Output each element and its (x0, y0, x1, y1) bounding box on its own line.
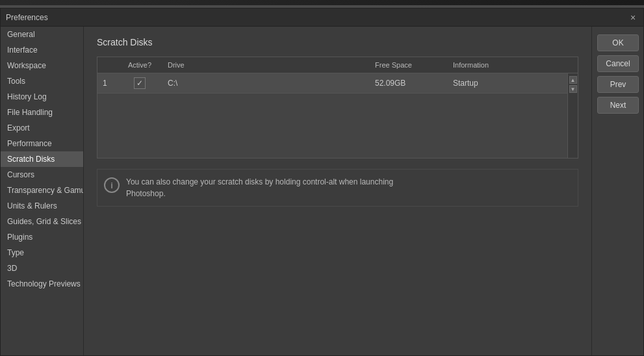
dialog-titlebar: Preferences × (1, 8, 643, 27)
sidebar-item-units-rulers[interactable]: Units & Rulers (1, 198, 83, 214)
header-information: Information (448, 60, 578, 70)
ok-button[interactable]: OK (597, 34, 639, 51)
sidebar-item-scratch-disks[interactable]: Scratch Disks (1, 151, 83, 167)
header-num (97, 60, 117, 70)
sidebar-item-file-handling[interactable]: File Handling (1, 105, 83, 120)
info-text-line2: Photoshop. (126, 189, 166, 198)
close-button[interactable]: × (628, 12, 638, 23)
sidebar-item-general[interactable]: General (1, 27, 83, 42)
sidebar-item-guides-grid-slices[interactable]: Guides, Grid & Slices (1, 214, 83, 229)
table-row: 1 C:\ 52.09GB Startup (97, 73, 578, 94)
row-information: Startup (448, 77, 578, 89)
info-text-line1: You can also change your scratch disks b… (126, 177, 393, 186)
scroll-up-arrow[interactable]: ▲ (569, 76, 577, 84)
sidebar-item-type[interactable]: Type (1, 245, 83, 261)
table-scrollbar[interactable]: ▲ ▼ (567, 73, 578, 158)
sidebar-item-export[interactable]: Export (1, 120, 83, 136)
checkbox[interactable] (134, 77, 146, 89)
prev-button[interactable]: Prev (597, 76, 639, 93)
sidebar-item-transparency-gamut[interactable]: Transparency & Gamut (1, 183, 83, 198)
sidebar-item-tools[interactable]: Tools (1, 73, 83, 89)
info-text: You can also change your scratch disks b… (126, 176, 393, 199)
next-button[interactable]: Next (597, 97, 639, 114)
sidebar-item-cursors[interactable]: Cursors (1, 167, 83, 183)
sidebar-item-plugins[interactable]: Plugins (1, 229, 83, 245)
sidebar-item-technology-previews[interactable]: Technology Previews (1, 276, 83, 292)
scroll-down-arrow[interactable]: ▼ (569, 85, 577, 93)
table-body: 1 C:\ 52.09GB Startup ▲ ▼ (97, 73, 578, 158)
header-drive: Drive (162, 60, 370, 70)
row-num: 1 (97, 77, 117, 89)
header-freespace: Free Space (370, 60, 448, 70)
info-icon: i (104, 177, 120, 193)
sidebar: GeneralInterfaceWorkspaceToolsHistory Lo… (1, 27, 84, 355)
cancel-button[interactable]: Cancel (597, 55, 639, 72)
info-box: i You can also change your scratch disks… (97, 169, 578, 207)
row-drive: C:\ (162, 77, 370, 89)
sidebar-item-interface[interactable]: Interface (1, 42, 83, 58)
row-active-checkbox[interactable] (117, 76, 162, 90)
sidebar-item-workspace[interactable]: Workspace (1, 58, 83, 73)
dialog-title: Preferences (6, 13, 48, 22)
section-title: Scratch Disks (97, 37, 578, 47)
buttons-panel: OK Cancel Prev Next (591, 27, 643, 355)
scratch-disks-table: Active? Drive Free Space Information 1 C… (97, 57, 578, 159)
sidebar-item-3d[interactable]: 3D (1, 261, 83, 276)
row-freespace: 52.09GB (370, 77, 448, 89)
main-content: Scratch Disks Active? Drive Free Space I… (84, 27, 591, 355)
table-header: Active? Drive Free Space Information (97, 57, 578, 73)
sidebar-item-performance[interactable]: Performance (1, 136, 83, 151)
sidebar-item-history-log[interactable]: History Log (1, 89, 83, 105)
header-active: Active? (117, 60, 162, 70)
